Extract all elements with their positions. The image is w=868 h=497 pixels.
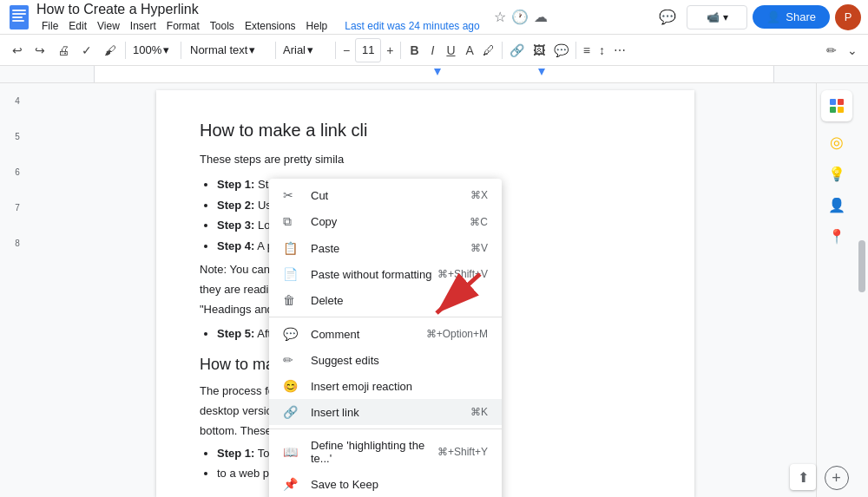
menu-view[interactable]: View (92, 19, 125, 33)
delete-icon: 🗑 (283, 293, 300, 307)
link-ctx-icon: 🔗 (283, 405, 300, 419)
svg-rect-2 (12, 13, 26, 15)
ctx-define[interactable]: 📖 Define 'highlighting the te...' ⌘+Shif… (269, 433, 502, 471)
more-button[interactable]: ⋯ (610, 38, 629, 62)
meet-button[interactable]: 📹 ▾ (687, 5, 747, 29)
cut-shortcut: ⌘X (470, 189, 488, 201)
menu-edit[interactable]: Edit (63, 19, 92, 33)
ctx-suggest[interactable]: ✏ Suggest edits (269, 347, 502, 373)
emoji-label: Insert emoji reaction (311, 380, 488, 393)
toolbar-separator-6 (502, 42, 503, 59)
paint-format-button[interactable]: 🖌 (99, 38, 122, 62)
ctx-emoji[interactable]: 😊 Insert emoji reaction (269, 373, 502, 399)
ctx-paste[interactable]: 📋 Paste ⌘V (269, 235, 502, 261)
comment-button[interactable]: 💬 (550, 38, 572, 62)
keep-icon: 📌 (283, 477, 300, 491)
sidebar-explore[interactable] (821, 90, 852, 121)
spellcheck-button[interactable]: ✓ (76, 38, 97, 62)
ctx-cut[interactable]: ✂ Cut ⌘X (269, 182, 502, 208)
style-select[interactable]: Normal text▾ (185, 38, 272, 62)
paste-shortcut: ⌘V (470, 242, 488, 254)
right-sidebar: ◎ 💡 👤 📍 + (816, 83, 856, 497)
last-edit-link[interactable]: Last edit was 24 minutes ago (339, 19, 484, 33)
define-icon: 📖 (283, 445, 300, 459)
redo-button[interactable]: ↪ (30, 38, 50, 62)
font-size-display[interactable]: 11 (355, 38, 381, 62)
scrollbar-thumb[interactable] (858, 240, 865, 292)
bold-button[interactable]: B (404, 38, 424, 62)
toolbar-separator-4 (335, 42, 336, 59)
avatar[interactable]: P (835, 4, 861, 30)
editing-mode-button[interactable]: ✏ (821, 38, 842, 62)
sidebar-add[interactable]: + (825, 466, 849, 490)
line-spacing-button[interactable]: ↕ (595, 38, 608, 62)
insert-link-shortcut: ⌘K (470, 406, 488, 418)
comment-shortcut: ⌘+Option+M (426, 328, 488, 340)
sidebar-tasks[interactable]: ◎ (823, 128, 851, 156)
meet-label: ▾ (723, 11, 728, 23)
ctx-copy[interactable]: ⧉ Copy ⌘C (269, 208, 502, 235)
font-increase-button[interactable]: + (383, 38, 397, 62)
doc-heading-1: How to make a link cli... (200, 116, 651, 144)
ctx-divider-2 (269, 428, 502, 429)
sidebar-keep[interactable]: 💡 (823, 160, 851, 187)
font-select[interactable]: Arial▾ (279, 38, 332, 62)
menu-help[interactable]: Help (301, 19, 333, 33)
image-button[interactable]: 🖼 (529, 38, 549, 62)
menu-insert[interactable]: Insert (125, 19, 161, 33)
ctx-delete[interactable]: 🗑 Delete (269, 287, 502, 313)
link-button[interactable]: 🔗 (506, 38, 528, 62)
undo-button[interactable]: ↩ (7, 38, 28, 62)
toolbar-separator-5 (400, 42, 401, 59)
share-label: Share (786, 10, 816, 23)
expand-button[interactable]: ⌄ (844, 38, 861, 62)
sidebar-maps[interactable]: 📍 (823, 222, 851, 250)
ruler (0, 66, 868, 83)
ctx-insert-link[interactable]: 🔗 Insert link ⌘K (269, 399, 502, 425)
menu-file[interactable]: File (36, 19, 63, 33)
define-label: Define 'highlighting the te...' (311, 439, 437, 465)
save-keep-label: Save to Keep (311, 478, 488, 491)
highlight-button[interactable]: 🖊 (479, 38, 498, 62)
text-color-button[interactable]: A (463, 38, 477, 62)
suggest-icon: ✏ (283, 353, 300, 367)
underline-button[interactable]: U (441, 38, 460, 62)
toolbar-separator-1 (125, 42, 126, 59)
toolbar-separator-7 (575, 42, 576, 59)
document-title[interactable]: How to Create a Hyperlink (36, 1, 485, 17)
cut-label: Cut (311, 189, 470, 202)
menu-extensions[interactable]: Extensions (240, 19, 301, 33)
share-button[interactable]: 👤 Share (753, 5, 830, 29)
define-shortcut: ⌘+Shift+Y (437, 446, 488, 458)
chat-button[interactable]: 💬 (654, 3, 681, 31)
title-star[interactable]: ☆ (494, 9, 506, 25)
svg-rect-4 (12, 20, 24, 22)
sidebar-contacts[interactable]: 👤 (823, 191, 851, 219)
help-button[interactable]: ⬆ (790, 464, 816, 490)
ctx-save-keep[interactable]: 📌 Save to Keep (269, 471, 502, 497)
cut-icon: ✂ (283, 188, 300, 202)
svg-rect-3 (12, 16, 23, 18)
title-cloud[interactable]: ☁ (534, 9, 548, 25)
paste-no-format-label: Paste without formatting (311, 268, 437, 281)
doc-para-1: These steps are pretty simila... (200, 151, 651, 169)
print-button[interactable]: 🖨 (52, 38, 75, 62)
font-decrease-button[interactable]: − (339, 38, 353, 62)
menu-format[interactable]: Format (161, 19, 205, 33)
svg-rect-9 (830, 107, 836, 113)
scrollbar[interactable] (856, 83, 868, 497)
menu-tools[interactable]: Tools (205, 19, 240, 33)
share-icon: 👤 (766, 10, 780, 23)
italic-button[interactable]: I (426, 38, 440, 62)
svg-rect-1 (12, 10, 26, 11)
toolbar-separator-2 (181, 42, 181, 59)
title-history[interactable]: 🕐 (511, 9, 529, 25)
ctx-comment[interactable]: 💬 Comment ⌘+Option+M (269, 321, 502, 347)
align-button[interactable]: ≡ (580, 38, 594, 62)
ctx-paste-no-format[interactable]: 📄 Paste without formatting ⌘+Shift+V (269, 261, 502, 287)
meet-icon: 📹 (707, 11, 720, 23)
svg-rect-10 (838, 107, 844, 113)
svg-rect-8 (838, 99, 844, 105)
document-area: How to make a link cli... These steps ar… (35, 83, 816, 497)
zoom-select[interactable]: 100%▾ (129, 38, 177, 62)
